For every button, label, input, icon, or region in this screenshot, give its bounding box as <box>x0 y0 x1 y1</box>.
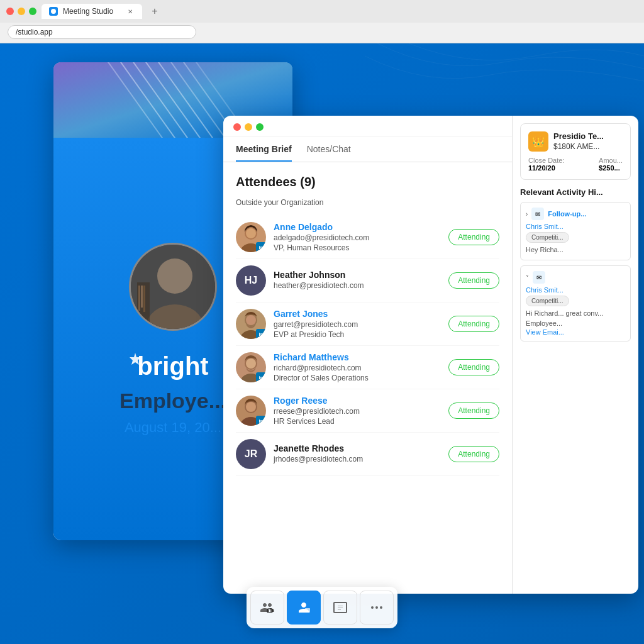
attendee-email-jeanette: jrhodes@presidiotech.com <box>274 455 441 464</box>
toolbar-meeting-button[interactable] <box>287 591 321 625</box>
attendee-name-heather[interactable]: Heather Johnson <box>274 270 441 280</box>
attendee-name-jeanette[interactable]: Jeanette Rhodes <box>274 443 441 453</box>
email-icon-1: ✉ <box>531 208 544 220</box>
activity-preview-2: Hi Richard... great conv... Employee... <box>526 309 625 328</box>
attending-badge-garret: Attending <box>448 316 499 332</box>
attendee-name-richard[interactable]: Richard Matthews <box>274 352 441 362</box>
address-bar[interactable]: /studio.app <box>8 25 196 39</box>
attendee-row: in Richard Matthews richard@presidiotech… <box>236 346 499 389</box>
activity-expand-2: ˅ ✉ <box>526 271 625 284</box>
win-max-dot <box>256 123 264 131</box>
attendee-email-richard: richard@presidiotech.com <box>274 364 441 372</box>
toolbar-more-button[interactable] <box>360 591 394 625</box>
opp-header: 👑 Presidio Te... $180K AME... <box>528 131 623 152</box>
browser-tab[interactable]: Meeting Studio ✕ <box>42 4 142 19</box>
svg-point-0 <box>51 9 56 14</box>
tab-favicon <box>49 7 58 16</box>
attendee-email-anne: adelgado@presidiotech.com <box>274 233 441 242</box>
initials-jr: JR <box>245 448 257 460</box>
minimize-window-button[interactable] <box>18 8 25 15</box>
svg-point-41 <box>375 606 378 609</box>
opp-amount-detail-label: Amou... <box>599 157 623 164</box>
tab-meeting-brief[interactable]: Meeting Brief <box>236 136 292 162</box>
opp-close-date-label: Close Date: <box>528 157 564 164</box>
svg-point-29 <box>246 315 256 325</box>
activity-panel: 👑 Presidio Te... $180K AME... Close Date… <box>513 116 638 594</box>
browser-titlebar: Meeting Studio ✕ + <box>0 0 644 23</box>
svg-point-40 <box>371 606 374 609</box>
attending-badge-richard: Attending <box>448 359 499 375</box>
window-controls <box>223 116 512 136</box>
attendee-info-anne: Anne Delgado adelgado@presidiotech.com V… <box>274 222 441 252</box>
close-window-button[interactable] <box>6 8 14 15</box>
opp-crown-icon: 👑 <box>528 131 548 152</box>
attendee-info-jeanette: Jeanette Rhodes jrhodes@presidiotech.com <box>274 443 441 465</box>
avatar-anne-delgado: in <box>236 222 266 252</box>
new-tab-button[interactable]: + <box>147 4 162 19</box>
activity-item-1[interactable]: › ✉ Follow-up... Chris Smit... Competiti… <box>520 202 631 260</box>
avatar-richard-matthews: in <box>236 352 266 382</box>
svg-rect-17 <box>138 286 140 311</box>
linkedin-badge-richard: in <box>256 372 266 382</box>
attending-badge-jeanette: Attending <box>448 446 499 462</box>
svg-point-37 <box>246 402 256 412</box>
attendee-name-roger[interactable]: Roger Reese <box>274 396 441 406</box>
attendee-name-garret[interactable]: Garret Jones <box>274 309 441 319</box>
attendee-row: HJ Heather Johnson heather@presidiotech.… <box>236 259 499 303</box>
tab-title: Meeting Studio <box>63 7 113 16</box>
activity-preview-1: Hey Richa... <box>526 245 625 255</box>
avatar-heather-johnson: HJ <box>236 265 266 296</box>
company-title: Employe... <box>119 389 226 413</box>
opp-name-container: Presidio Te... $180K AME... <box>553 131 604 151</box>
opp-amount: $180K AME... <box>553 142 604 151</box>
tab-close-button[interactable]: ✕ <box>126 7 135 16</box>
follow-up-link[interactable]: Follow-up... <box>548 210 586 218</box>
avatar-garret-jones: in <box>236 309 266 339</box>
attendee-info-roger: Roger Reese rreese@presidiotech.com HR S… <box>274 396 441 426</box>
bright-logo-svg: bright <box>123 350 223 381</box>
opp-close-date-value: 11/20/20 <box>528 164 564 172</box>
attendee-info-garret: Garret Jones garret@presidiotech.com EVP… <box>274 309 441 339</box>
activity-title: Relevant Activity Hi... <box>520 187 631 197</box>
attendees-section: Attendees (9) Outside your Organization <box>223 162 512 476</box>
opp-amount-detail-value: $250... <box>599 164 623 172</box>
traffic-lights <box>6 8 36 15</box>
attendee-name-anne[interactable]: Anne Delgado <box>274 222 441 232</box>
activity-person-2[interactable]: Chris Smit... <box>526 286 625 294</box>
meeting-brief-panel: Meeting Brief Notes/Chat Attendees (9) O… <box>223 116 513 594</box>
win-min-dot <box>245 123 252 131</box>
attendee-info-richard: Richard Matthews richard@presidiotech.co… <box>274 352 441 382</box>
attendee-info-heather: Heather Johnson heather@presidiotech.com <box>274 270 441 291</box>
attendee-role-garret: EVP at Presidio Tech <box>274 330 441 339</box>
activity-expand-1: › ✉ Follow-up... <box>526 208 625 220</box>
attendee-email-garret: garret@presidiotech.com <box>274 320 441 329</box>
linkedin-badge-roger: in <box>256 416 266 426</box>
attending-badge-roger: Attending <box>448 402 499 419</box>
attendee-row: in Roger Reese rreese@presidiotech.com H… <box>236 389 499 433</box>
panel-tabs: Meeting Brief Notes/Chat <box>223 136 512 162</box>
browser-chrome: Meeting Studio ✕ + /studio.app <box>0 0 644 43</box>
attendee-row: in Garret Jones garret@presidiotech.com … <box>236 303 499 346</box>
event-date: August 19, 20... <box>125 419 221 436</box>
attendee-role-richard: Director of Sales Operations <box>274 374 441 382</box>
svg-text:bright: bright <box>137 352 208 380</box>
attendee-role-anne: VP, Human Resources <box>274 243 441 252</box>
activity-item-2[interactable]: ˅ ✉ Chris Smit... Competiti... Hi Richar… <box>520 265 631 341</box>
outside-org-label: Outside your Organization <box>236 198 499 207</box>
win-close-dot <box>233 123 241 131</box>
attending-badge-heather: Attending <box>448 272 499 289</box>
attendee-row: JR Jeanette Rhodes jrhodes@presidiotech.… <box>236 433 499 476</box>
toolbar-people-button[interactable] <box>250 591 284 625</box>
bright-logo-container: bright <box>123 350 223 384</box>
opportunity-card[interactable]: 👑 Presidio Te... $180K AME... Close Date… <box>520 123 631 180</box>
expand-chevron-1: › <box>526 211 528 218</box>
activity-person-1[interactable]: Chris Smit... <box>526 223 625 230</box>
opp-amount-detail-container: Amou... $250... <box>599 157 623 172</box>
svg-point-42 <box>380 606 382 609</box>
view-email-link[interactable]: View Emai... <box>526 328 625 336</box>
toolbar-screen-button[interactable] <box>323 591 357 625</box>
linkedin-badge-garret: in <box>256 329 266 339</box>
activity-tag-2: Competiti... <box>526 296 569 306</box>
maximize-window-button[interactable] <box>29 8 36 15</box>
tab-notes-chat[interactable]: Notes/Chat <box>307 136 351 162</box>
